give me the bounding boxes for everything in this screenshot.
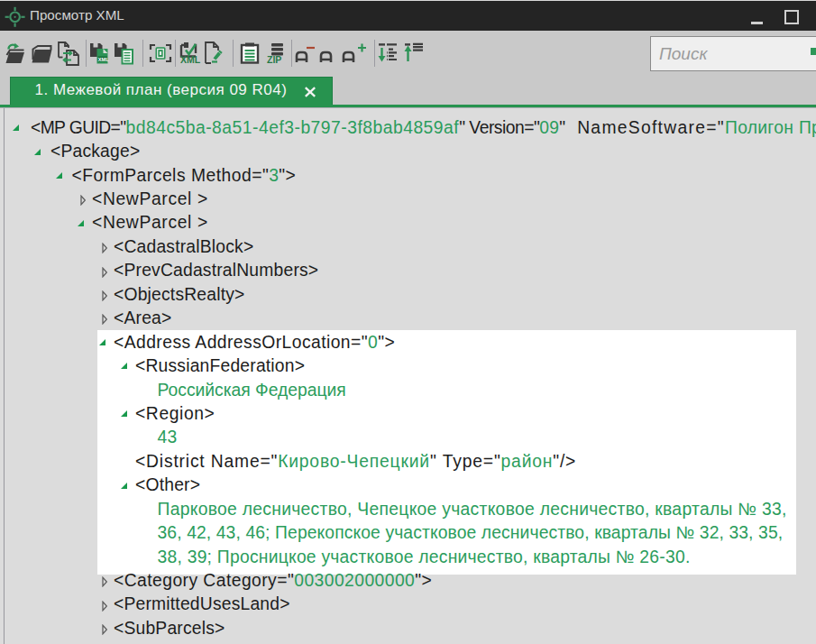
svg-text:ZIP: ZIP [267,54,281,65]
svg-text:XML: XML [180,54,201,65]
svg-text:XML: XML [98,57,109,62]
